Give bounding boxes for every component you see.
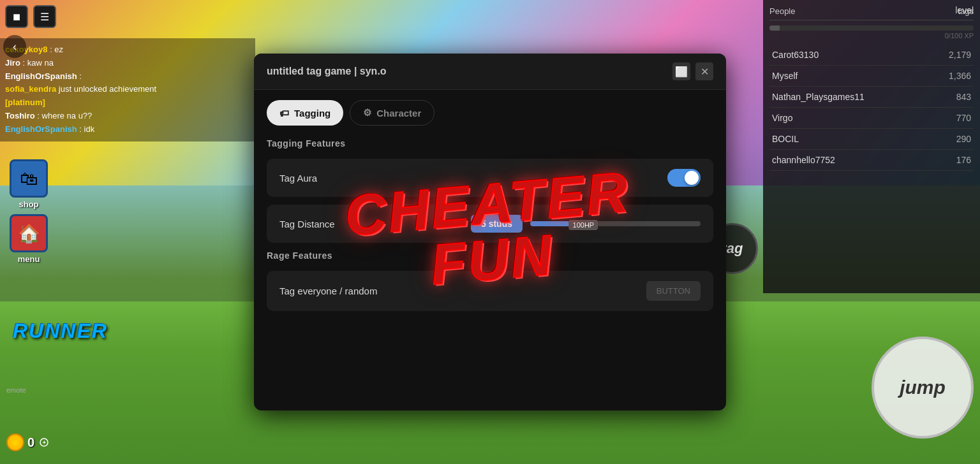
modal-minimize-button[interactable]: ⬜ bbox=[672, 62, 690, 80]
modal-tabs: 🏷 Tagging ⚙ Character bbox=[254, 90, 726, 126]
tag-distance-label: Tag Distance bbox=[279, 219, 335, 229]
toggle-knob bbox=[685, 171, 699, 185]
modal-header: untitled tag game | syn.o ⬜ ✕ bbox=[254, 54, 726, 90]
slider-container: 100HP 5 studs bbox=[471, 215, 701, 233]
settings-modal: untitled tag game | syn.o ⬜ ✕ 🏷 Tagging … bbox=[254, 54, 726, 410]
modal-close-button[interactable]: ✕ bbox=[695, 62, 713, 80]
tab-tagging-label: Tagging bbox=[294, 108, 330, 119]
tab-tagging-icon: 🏷 bbox=[279, 108, 289, 119]
tag-everyone-row: Tag everyone / random BUTTON bbox=[267, 271, 713, 311]
tab-character-label: Character bbox=[376, 108, 421, 119]
slider-value-label: 5 studs bbox=[471, 215, 523, 233]
rage-section-label: Rage Features bbox=[267, 250, 713, 261]
tag-aura-label: Tag Aura bbox=[279, 173, 317, 184]
tag-everyone-button[interactable]: BUTTON bbox=[646, 281, 701, 301]
modal-controls: ⬜ ✕ bbox=[672, 62, 713, 80]
slider-track[interactable] bbox=[530, 221, 701, 226]
tag-everyone-label: Tag everyone / random bbox=[279, 286, 377, 296]
tagging-section-label: Tagging Features bbox=[267, 138, 713, 149]
tag-distance-row: Tag Distance 100HP 5 studs bbox=[267, 205, 713, 243]
tab-character-icon: ⚙ bbox=[363, 107, 371, 119]
tag-aura-row: Tag Aura bbox=[267, 159, 713, 197]
tab-character[interactable]: ⚙ Character bbox=[350, 100, 434, 126]
modal-title: untitled tag game | syn.o bbox=[267, 66, 387, 77]
modal-content: Tagging Features Tag Aura Tag Distance 1… bbox=[254, 126, 726, 331]
slider-tooltip: 100HP bbox=[569, 220, 598, 230]
tab-tagging[interactable]: 🏷 Tagging bbox=[267, 100, 343, 126]
modal-overlay: untitled tag game | syn.o ⬜ ✕ 🏷 Tagging … bbox=[0, 0, 980, 464]
tag-aura-toggle[interactable] bbox=[667, 169, 701, 187]
